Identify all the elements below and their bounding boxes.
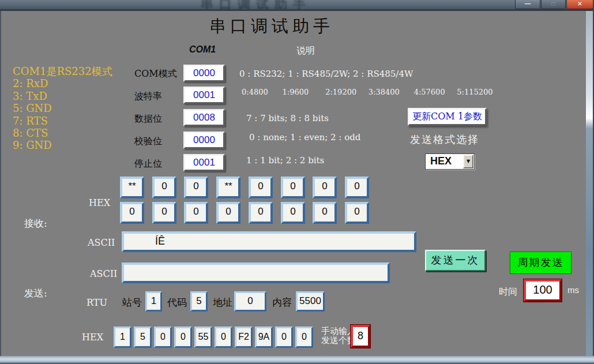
receive-section-label: 接收: [24,217,47,230]
rx-hex-cell: 0 [313,202,337,224]
receive-hex-label: HEX [89,197,110,208]
explain-header-label: 说明 [296,45,315,57]
receive-ascii-field: ÍÊ [122,231,416,252]
param-explain-com-mode: 0 : RS232; 1 : RS485/2W; 2 : RS485/4W [239,69,413,79]
send-hex-label: HEX [82,332,103,343]
chevron-down-icon[interactable]: ▼ [463,155,473,168]
param-label-parity: 校验位 [134,136,162,148]
update-com-params-button[interactable]: 更新COM 1参数 [408,108,487,126]
manual-count-field[interactable]: 8 [351,325,370,348]
maximize-button[interactable]: □ [541,0,566,9]
rx-hex-cell: 0 [281,202,305,224]
close-button[interactable]: ✕ [566,0,593,9]
pin-info-line: 8: CTS [13,127,112,139]
rx-hex-cell: ** [120,177,144,198]
periodic-send-button[interactable]: 周期发送 [510,252,572,274]
rtu-content-label: 内容 [272,296,292,309]
send-format-dropdown[interactable]: HEX ▼ [425,153,475,170]
rx-hex-cell: 0 [152,202,176,224]
rx-hex-cell: 0 [345,202,369,224]
tx-hex-cell[interactable]: 5 [134,327,152,348]
rx-hex-cell: 0 [152,177,176,198]
param-field-baud-rate[interactable]: 0001 [183,87,225,104]
window-border-left [0,11,1,357]
pin-info-line: 5: GND [13,102,112,114]
titlebar: 串口调试助手 [0,0,594,11]
tx-hex-cell[interactable]: F2 [235,327,253,348]
param-field-parity[interactable]: 0000 [183,132,225,149]
rtu-code-field[interactable]: 5 [190,291,208,312]
titlebar-title: 串口调试助手 [201,0,311,11]
rtu-address-field[interactable]: 0 [234,291,266,312]
param-label-baud-rate: 波特率 [134,91,162,103]
receive-ascii-label: ASCII [88,237,115,248]
rtu-code-label: 代码 [167,296,187,309]
rtu-content-field[interactable]: 5500 [296,291,325,312]
param-label-data-bits: 数据位 [134,113,162,125]
tx-hex-cell[interactable]: 0 [275,327,293,348]
send-once-button[interactable]: 发送一次 [425,250,486,271]
rx-hex-cell: 0 [120,202,144,224]
page-title: 串口调试助手 [209,15,334,38]
serial-debug-assistant-window: 串口调试助手 — □ ✕ 串口调试助手 COM1 说明 COM1是RS232模式… [0,0,594,364]
param-explain-data-bits: 7 : 7 bits; 8 : 8 bits [246,113,329,123]
rx-hex-cell: 0 [249,177,273,198]
param-explain-parity: 0 : none; 1 : even; 2 : odd [249,132,360,142]
send-ascii-field[interactable] [122,262,390,283]
time-field[interactable]: 100 [524,279,562,302]
tx-hex-cell[interactable]: 0 [174,327,192,348]
send-format-selected: HEX [430,155,452,167]
param-label-stop-bits: 停止位 [134,158,162,170]
tx-hex-cell[interactable]: 9A [255,327,273,348]
pin-info: COM1是RS232模式 2: RxD 3: TxD 5: GND 7: RTS… [13,65,112,152]
param-explain-stop-bits: 1 : 1 bit; 2 : 2 bits [246,155,324,166]
window-border-bottom [0,356,594,364]
rx-hex-cell: 0 [249,202,273,224]
tx-hex-cell[interactable]: 1 [114,327,131,348]
rtu-label: RTU [87,297,107,308]
pin-info-line: 3: TxD [13,90,112,102]
param-field-stop-bits[interactable]: 0001 [183,154,225,171]
tx-hex-cell[interactable]: 0 [154,327,172,348]
rtu-station-field[interactable]: 1 [145,291,162,312]
rx-hex-cell: 0 [281,177,305,198]
time-label: 时间 [499,286,517,298]
rx-hex-cell: 0 [345,177,369,198]
tx-hex-cell[interactable]: 0 [295,327,313,348]
com-port-label: COM1 [189,44,216,55]
tx-hex-cell[interactable]: 55 [194,327,212,348]
pin-info-line: 7: RTS [13,115,112,127]
rtu-station-label: 站号 [122,296,142,309]
pin-info-line: COM1是RS232模式 [13,65,112,77]
tx-hex-cell[interactable]: 0 [215,327,232,348]
rx-hex-cell: 0 [184,202,208,224]
send-ascii-label: ASCII [90,268,117,279]
send-section-label: 发送: [24,287,47,300]
rx-hex-cell: 0 [184,177,208,198]
rx-hex-cell: 0 [216,202,240,224]
pin-info-line: 9: GND [13,139,112,151]
rtu-address-label: 地址 [213,296,232,309]
minimize-button[interactable]: — [515,0,540,9]
param-explain-baud-rate: 0:4800 1:9600 2:19200 3:38400 4:57600 5:… [242,88,493,96]
rx-hex-cell: 0 [313,177,337,198]
param-label-com-mode: COM模式 [134,68,177,80]
send-format-label: 发送格式选择 [410,133,479,147]
time-unit-label: ms [567,285,579,295]
pin-info-line: 2: RxD [13,77,112,89]
param-field-com-mode[interactable]: 0000 [183,65,225,82]
rx-hex-cell: ** [216,177,240,198]
param-field-data-bits[interactable]: 0008 [183,109,225,126]
window-border-right [586,11,593,357]
